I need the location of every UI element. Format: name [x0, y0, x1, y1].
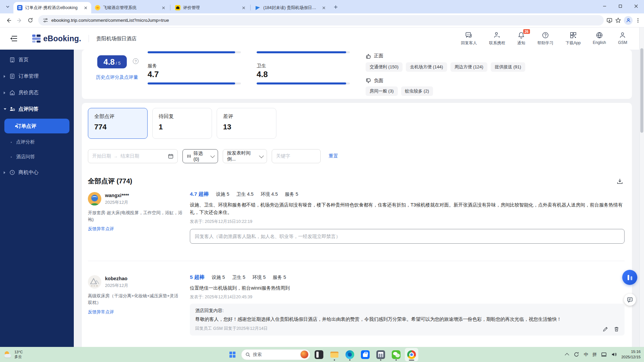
- taskbar-app-calculator[interactable]: [374, 348, 387, 361]
- bookmark-star-icon[interactable]: [615, 17, 621, 23]
- tag[interactable]: 周边方便 (124): [450, 62, 487, 72]
- taskbar-app-edge[interactable]: [343, 348, 357, 361]
- negative-tags-row: 房间一般 (3) 蚊虫较多 (2): [366, 86, 433, 96]
- taskbar-search[interactable]: 搜索: [241, 349, 310, 360]
- progress-fill: [148, 82, 235, 84]
- tab-close-icon[interactable]: [321, 5, 327, 11]
- search-highlight-image[interactable]: [300, 350, 309, 359]
- install-icon[interactable]: [606, 17, 612, 23]
- taskbar-app-explorer[interactable]: [328, 348, 341, 361]
- toolbar-right: [606, 16, 641, 25]
- nav-download-app[interactable]: 下载App: [566, 32, 581, 46]
- report-abnormal-review-link[interactable]: 反馈异常点评: [88, 309, 185, 315]
- tag[interactable]: 去机场方便 (144): [406, 62, 447, 72]
- ime-language-indicator[interactable]: 中: [584, 352, 588, 358]
- tab-search-icon[interactable]: [3, 2, 12, 11]
- bullet-dot: [11, 157, 12, 158]
- feedback-chat-fab[interactable]: [624, 294, 636, 306]
- tag[interactable]: 交通便利 (150): [366, 62, 402, 72]
- reset-link[interactable]: 重置: [329, 153, 338, 159]
- review-stay-date: 2025年12月: [105, 283, 128, 289]
- browser-menu-icon[interactable]: [635, 18, 641, 23]
- forward-icon[interactable]: [14, 15, 25, 26]
- header-nav: 回复客人 联系携程 通知 26 帮助学习 下载App English: [461, 32, 644, 46]
- ebooking-logo-mark: [32, 34, 41, 43]
- review-subscore: 服务 5: [273, 275, 286, 281]
- sidebar-item-home[interactable]: 首页: [0, 52, 74, 68]
- date-range-input[interactable]: 开始日期 → 结束日期: [88, 149, 178, 163]
- minimize-button[interactable]: [597, 0, 612, 12]
- maximize-button[interactable]: [612, 0, 628, 12]
- sidebar-subitem-order-reviews-active[interactable]: 订单点评: [4, 119, 69, 133]
- review-score: 4.7 超棒: [190, 191, 209, 198]
- assistant-fab[interactable]: [622, 270, 637, 285]
- tab-pending-reply[interactable]: 待回复 1: [152, 108, 212, 139]
- sidebar-subitem-hotel-qa[interactable]: 酒店问答: [0, 149, 74, 164]
- taskbar-app-store[interactable]: [359, 348, 372, 361]
- start-button[interactable]: [226, 348, 239, 361]
- rating-help-icon[interactable]: ?: [133, 58, 139, 64]
- back-icon[interactable]: [3, 15, 14, 26]
- address-bar[interactable]: ebooking.trip.com/comment/commentList?mi…: [38, 15, 604, 25]
- browser-tab[interactable]: 飞猪酒店管理系统: [91, 2, 169, 13]
- site-settings-icon[interactable]: [43, 18, 48, 23]
- delete-reply-icon[interactable]: [614, 326, 619, 332]
- tag[interactable]: 提供接送 (91): [491, 62, 525, 72]
- nav-notifications[interactable]: 通知 26: [517, 32, 525, 46]
- sidebar-subitem-review-analysis[interactable]: 点评分析: [0, 135, 74, 149]
- taskbar-app-chrome-active[interactable]: [405, 348, 418, 361]
- edit-reply-icon[interactable]: [603, 326, 608, 332]
- sidebar-item-reviews-qa[interactable]: 点评问答: [0, 101, 74, 117]
- nav-contact-ctrip[interactable]: 联系携程: [489, 32, 505, 46]
- tag[interactable]: 房间一般 (3): [366, 86, 398, 96]
- nav-help-learn[interactable]: 帮助学习: [537, 32, 553, 46]
- device-icon[interactable]: [601, 352, 607, 357]
- sidebar-item-orders[interactable]: 订单管理: [0, 68, 74, 84]
- chrome-app-icon: [407, 350, 416, 359]
- reload-icon[interactable]: [25, 15, 36, 26]
- browser-tab[interactable]: (184封未读) 贵阳机场假日酒...: [252, 2, 329, 13]
- sidebar: 首页 订单管理 房价房态 点评问答 订单点评 点评分析 酒店问答: [0, 50, 74, 347]
- taskbar-app-wechat[interactable]: [389, 348, 403, 361]
- tab-close-icon[interactable]: [161, 5, 166, 11]
- mail-favicon: [255, 5, 261, 10]
- sidebar-item-room-rates[interactable]: 房价房态: [0, 84, 74, 101]
- browser-tab[interactable]: 评价管理: [171, 2, 249, 13]
- scrollbar-thumb[interactable]: [640, 48, 643, 133]
- reply-guest-input[interactable]: [190, 229, 625, 244]
- review-user-row: wangxi**** 2025年12月: [88, 192, 185, 205]
- history-rating-link[interactable]: 历史点评分及点评量: [96, 74, 138, 80]
- report-abnormal-review-link[interactable]: 反馈异常点评: [88, 226, 185, 232]
- nav-reply-guest[interactable]: 回复客人: [461, 32, 477, 46]
- taskbar-clock[interactable]: 15:16 2025/12/15: [621, 349, 641, 360]
- taskbar-weather[interactable]: 13°C 多云: [4, 350, 23, 359]
- download-icon[interactable]: [616, 178, 623, 185]
- menu-toggle-icon[interactable]: [10, 35, 19, 42]
- browser-profile-avatar[interactable]: [624, 16, 633, 25]
- sort-dropdown[interactable]: 按发表时间倒...: [223, 149, 267, 163]
- tab-bad-reviews[interactable]: 差评 13: [217, 108, 276, 139]
- review-divider: [88, 261, 625, 261]
- hotel-name: 贵阳机场假日酒店: [96, 36, 137, 42]
- tab-all-reviews[interactable]: 全部点评 774: [88, 108, 148, 139]
- keyword-input[interactable]: 关键字: [272, 149, 321, 163]
- tag[interactable]: 蚊虫较多 (2): [401, 86, 433, 96]
- browser-tab-active[interactable]: 订单点评·携程酒店eBooking: [13, 2, 91, 13]
- tab-close-icon[interactable]: [83, 5, 89, 11]
- review-filter-tabs: 全部点评 774 待回复 1 差评 13: [88, 108, 276, 139]
- taskbar-app-notes[interactable]: [312, 348, 326, 361]
- review-text: 位置绝佳一出机场就到，前台winni服务热情周到: [190, 284, 625, 292]
- tray-expand-icon[interactable]: [565, 353, 569, 357]
- sync-icon[interactable]: [574, 352, 579, 357]
- nav-language[interactable]: English: [593, 32, 606, 46]
- new-tab-button[interactable]: [331, 3, 340, 11]
- tab-close-icon[interactable]: [241, 5, 247, 11]
- nav-account[interactable]: GSM: [618, 32, 627, 46]
- help-icon: [542, 32, 549, 39]
- close-button[interactable]: [628, 0, 644, 12]
- sidebar-item-business-center[interactable]: 商机中心: [0, 164, 74, 181]
- ime-mode-indicator[interactable]: 拼: [592, 352, 597, 358]
- page-scrollbar[interactable]: [639, 27, 644, 347]
- filter-button[interactable]: 筛选 (0): [182, 149, 218, 163]
- volume-icon[interactable]: [611, 352, 617, 357]
